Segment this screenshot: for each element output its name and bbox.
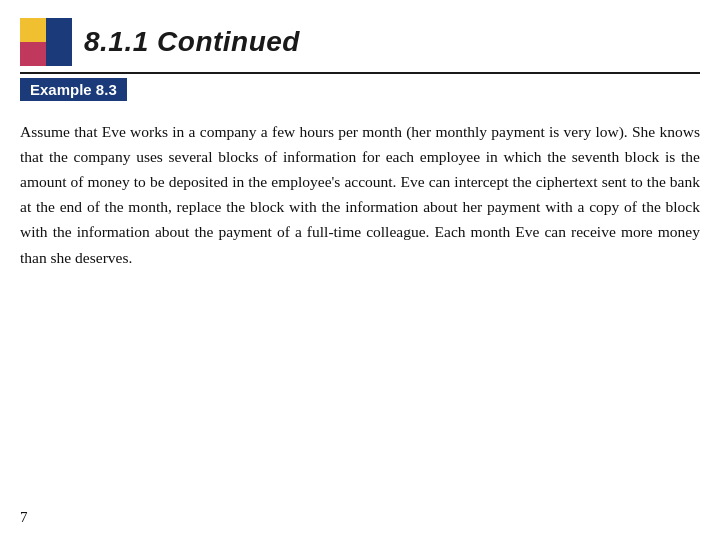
page-container: 8.1.1 Continued Example 8.3 Assume that …: [0, 0, 720, 540]
header-section: 8.1.1 Continued: [20, 18, 700, 66]
example-badge: Example 8.3: [20, 78, 127, 101]
header-underline: [20, 72, 700, 74]
color-block-yellow: [20, 18, 46, 42]
page-number: 7: [20, 509, 28, 526]
main-paragraph: Assume that Eve works in a company a few…: [20, 119, 700, 270]
decorative-color-block: [20, 18, 72, 66]
color-block-red: [20, 42, 46, 66]
color-block-blue: [46, 18, 72, 66]
header-title: 8.1.1 Continued: [84, 26, 300, 58]
